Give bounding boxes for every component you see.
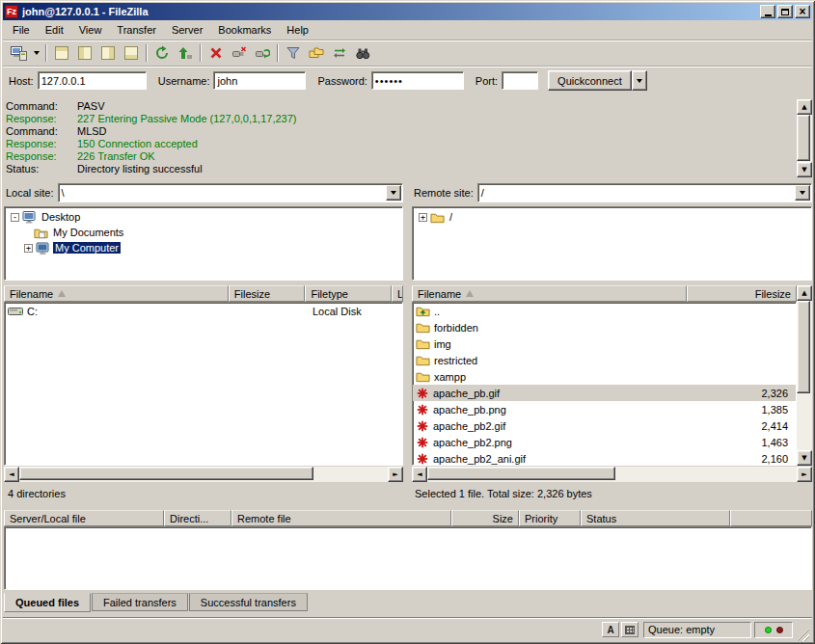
host-input[interactable] — [38, 71, 147, 90]
column-header-server-local-file[interactable]: Server/Local file — [4, 510, 164, 526]
expand-expander[interactable]: + — [24, 244, 33, 253]
site-manager-dropdown-button[interactable] — [30, 42, 42, 64]
tab-failed-transfers[interactable]: Failed transfers — [92, 593, 188, 611]
remote-file-row[interactable]: .. — [413, 303, 796, 319]
remote-site-combo[interactable]: / — [477, 183, 812, 202]
menu-file[interactable]: File — [5, 22, 38, 38]
remote-file-row[interactable]: restricted — [413, 352, 796, 368]
column-header-direction[interactable]: Directi... — [164, 510, 231, 526]
remote-file-row[interactable]: apache_pb2.png 1,463 — [413, 434, 796, 450]
directory-comparison-button[interactable] — [305, 42, 328, 64]
column-header-remote-file[interactable]: Remote file — [231, 510, 451, 526]
combo-dropdown-button[interactable] — [795, 185, 810, 201]
menu-bookmarks[interactable]: Bookmarks — [210, 22, 279, 38]
port-input[interactable] — [502, 71, 538, 90]
process-queue-button[interactable] — [174, 42, 197, 64]
message-log[interactable]: Command:PASV Response:227 Entering Passi… — [4, 99, 797, 177]
queue-toggle-button[interactable] — [120, 42, 143, 64]
site-manager-button[interactable] — [7, 42, 30, 64]
remote-file-row[interactable]: apache_pb2.gif 2,414 — [413, 417, 796, 434]
password-input[interactable] — [371, 71, 464, 90]
scrollbar-thumb[interactable] — [19, 467, 313, 480]
quickconnect-button[interactable]: Quickconnect — [548, 70, 632, 91]
transfer-type-indicator[interactable]: A — [602, 622, 619, 637]
tree-item-my-computer[interactable]: + My Computer — [5, 240, 402, 255]
remote-list-scrollbar[interactable]: ▲ ▼ — [797, 285, 812, 466]
remote-file-row[interactable]: apache_pb2_ani.gif 2,160 — [413, 450, 796, 466]
scroll-left-button[interactable]: ◄ — [412, 467, 427, 482]
remote-file-row[interactable]: xampp — [413, 368, 796, 385]
tree-item-root[interactable]: + / — [413, 209, 811, 225]
message-log-icon — [54, 45, 69, 61]
column-header-size[interactable]: Size — [451, 510, 519, 526]
message-log-toggle-button[interactable] — [50, 42, 73, 64]
scrollbar-thumb[interactable] — [797, 301, 810, 393]
expand-expander[interactable]: + — [419, 213, 427, 222]
username-input[interactable] — [213, 71, 306, 90]
scrollbar-track[interactable] — [797, 115, 812, 162]
remote-file-list-body[interactable]: .. forbidden img restricted — [412, 302, 797, 466]
transfer-queue-body[interactable] — [4, 526, 812, 590]
local-file-list-body[interactable]: C: Local Disk — [4, 302, 403, 466]
remote-tree-toggle-button[interactable] — [96, 42, 120, 64]
quickconnect-dropdown-button[interactable] — [632, 70, 647, 91]
disconnect-button[interactable] — [228, 42, 251, 64]
tab-successful-transfers[interactable]: Successful transfers — [189, 593, 308, 611]
local-tree-toggle-button[interactable] — [73, 42, 96, 64]
scroll-right-button[interactable]: ► — [797, 467, 812, 482]
scroll-right-button[interactable]: ► — [388, 467, 403, 482]
remote-list-hscrollbar[interactable]: ◄ ► — [412, 467, 812, 482]
combo-dropdown-button[interactable] — [386, 185, 401, 201]
resize-grip[interactable] — [797, 629, 809, 641]
cancel-button[interactable] — [204, 42, 228, 64]
scroll-up-button[interactable]: ▲ — [797, 99, 812, 115]
local-list-hscrollbar[interactable]: ◄ ► — [4, 467, 403, 482]
remote-file-row[interactable]: img — [413, 335, 796, 352]
scrollbar-thumb[interactable] — [427, 467, 615, 480]
pane-splitter[interactable] — [403, 183, 412, 501]
scrollbar-track[interactable] — [797, 301, 812, 450]
collapse-expander[interactable]: - — [11, 213, 19, 222]
close-button[interactable] — [795, 5, 810, 18]
maximize-button[interactable] — [777, 5, 793, 18]
encryption-indicator[interactable] — [621, 622, 638, 637]
find-files-button[interactable] — [351, 42, 374, 64]
column-header-last-modified[interactable]: L — [392, 285, 403, 302]
remote-file-row-selected[interactable]: apache_pb.gif 2,326 — [413, 385, 796, 401]
minimize-button[interactable] — [760, 5, 775, 18]
menu-view[interactable]: View — [71, 22, 110, 38]
column-header-priority[interactable]: Priority — [519, 510, 581, 526]
column-header-filename[interactable]: Filename — [412, 285, 687, 302]
refresh-button[interactable] — [150, 42, 174, 64]
scroll-down-button[interactable]: ▼ — [797, 162, 812, 177]
local-site-combo[interactable]: \ — [58, 183, 403, 202]
log-scrollbar[interactable]: ▲ ▼ — [797, 99, 812, 177]
reconnect-button[interactable] — [251, 42, 274, 64]
scrollbar-track[interactable] — [19, 467, 388, 482]
scrollbar-thumb[interactable] — [797, 115, 810, 161]
scrollbar-track[interactable] — [427, 467, 797, 482]
title-bar[interactable]: Fz john@127.0.0.1 - FileZilla — [3, 3, 812, 20]
tree-item-desktop[interactable]: - Desktop — [5, 209, 402, 225]
tree-item-my-documents[interactable]: My Documents — [5, 225, 402, 240]
remote-file-row[interactable]: forbidden — [413, 319, 796, 335]
tab-queued-files[interactable]: Queued files — [4, 593, 91, 612]
menu-server[interactable]: Server — [164, 22, 210, 38]
column-header-filetype[interactable]: Filetype — [305, 285, 392, 302]
synchronized-browsing-button[interactable] — [328, 42, 351, 64]
column-header-filesize[interactable]: Filesize — [229, 285, 306, 302]
scroll-down-button[interactable]: ▼ — [797, 450, 812, 466]
column-header-filesize[interactable]: Filesize — [687, 285, 797, 302]
menu-transfer[interactable]: Transfer — [109, 22, 164, 38]
scroll-up-button[interactable]: ▲ — [797, 285, 812, 301]
column-header-filename[interactable]: Filename — [4, 285, 229, 302]
column-header-status[interactable]: Status — [581, 510, 730, 526]
menu-help[interactable]: Help — [279, 22, 316, 38]
local-directory-tree[interactable]: - Desktop My Documents + — [4, 206, 403, 281]
filter-button[interactable] — [282, 42, 305, 64]
local-file-row[interactable]: C: Local Disk — [5, 303, 402, 319]
remote-directory-tree[interactable]: + / — [412, 206, 812, 281]
scroll-left-button[interactable]: ◄ — [4, 467, 19, 482]
menu-edit[interactable]: Edit — [38, 22, 71, 38]
remote-file-row[interactable]: apache_pb.png 1,385 — [413, 401, 796, 417]
